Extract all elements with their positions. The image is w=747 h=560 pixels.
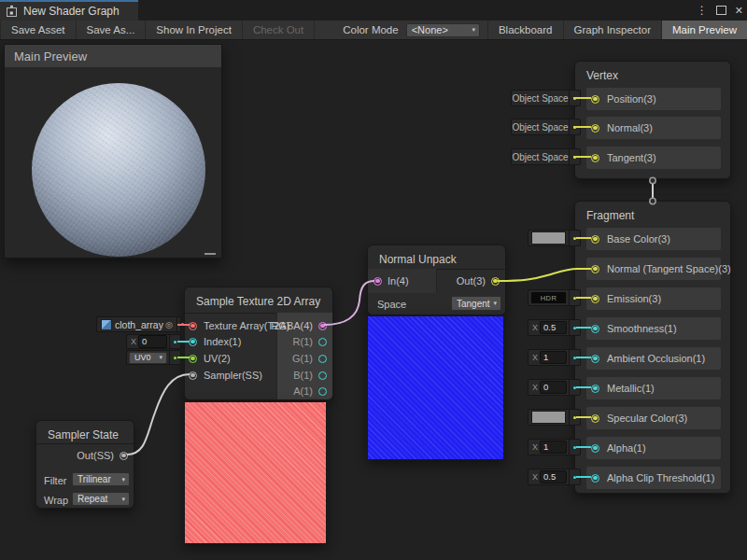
- unpack-out-port[interactable]: [491, 277, 500, 286]
- show-in-project-button[interactable]: Show In Project: [146, 21, 243, 39]
- badge-port-dot: [174, 357, 176, 359]
- filter-value: Trilinear: [78, 474, 111, 484]
- base-color-swatch-widget[interactable]: [528, 230, 581, 246]
- r-label: R(1): [293, 336, 313, 347]
- base-color-port[interactable]: [591, 235, 599, 244]
- sampler-state-node[interactable]: Sampler State Out(SS) Filter Trilinear ▾…: [35, 420, 134, 509]
- fragment-node-title: Fragment: [575, 202, 730, 227]
- alpha-label: Alpha(1): [607, 442, 646, 454]
- graph-inspector-button[interactable]: Graph Inspector: [563, 21, 661, 39]
- hdr-color-swatch[interactable]: HDR: [531, 292, 566, 303]
- object-space-label: Object Space: [512, 152, 569, 162]
- alpha-clip-value-input[interactable]: 0.5: [540, 470, 567, 483]
- vertex-node[interactable]: Vertex Position(3) Normal(3) Tangent(3): [574, 61, 731, 179]
- tangent-port[interactable]: [591, 154, 599, 162]
- smoothness-value-input[interactable]: 0.5: [540, 321, 567, 334]
- emission-hdr-widget[interactable]: HDR: [528, 289, 581, 306]
- index-port[interactable]: [189, 338, 197, 346]
- tangent-label: Tangent(3): [607, 152, 656, 163]
- metallic-row: Metallic(1): [586, 377, 721, 399]
- badge-port-dot: [573, 357, 576, 359]
- uv-port[interactable]: [189, 355, 197, 363]
- normal-ts-port[interactable]: [591, 265, 599, 273]
- index-value-input[interactable]: 0: [138, 335, 167, 348]
- dropdown-arrow-icon: ▾: [155, 354, 166, 361]
- unpack-in-port[interactable]: [374, 277, 382, 286]
- object-space-label: Object Space: [512, 122, 569, 133]
- uv-input-row: UV(2): [189, 351, 231, 366]
- specular-color-swatch-widget[interactable]: [528, 409, 581, 426]
- sampler-out-port[interactable]: [120, 452, 128, 460]
- dropdown-arrow-icon: ▾: [118, 476, 129, 483]
- badge-port-dot: [573, 476, 576, 479]
- rgba-port[interactable]: [318, 322, 327, 330]
- index-label: Index(1): [204, 336, 241, 347]
- sampler-input-row: Sampler(SS): [189, 368, 262, 383]
- window-menu-icon[interactable]: ⋮: [697, 4, 708, 17]
- tab-new-shader-graph[interactable]: New Shader Graph: [0, 0, 138, 21]
- save-asset-button[interactable]: Save Asset: [0, 21, 77, 39]
- preview-resize-handle[interactable]: [204, 253, 216, 255]
- alpha-value-input[interactable]: 1: [540, 441, 567, 454]
- alpha-clip-value-widget: X 0.5: [528, 469, 581, 485]
- badge-port-dot: [573, 327, 576, 329]
- normal-unpack-preview: [367, 315, 504, 460]
- wrap-dropdown[interactable]: Repeat ▾: [72, 492, 130, 506]
- filter-dropdown[interactable]: Trilinear ▾: [72, 472, 130, 486]
- specular-color-port[interactable]: [591, 414, 599, 423]
- main-preview-header[interactable]: Main Preview: [5, 45, 221, 67]
- emission-port[interactable]: [591, 295, 599, 303]
- vertex-node-title: Vertex: [575, 62, 730, 87]
- sample-texture-2d-array-node[interactable]: Sample Texture 2D Array Texture Array(T2…: [184, 287, 333, 400]
- rgba-label: RGBA(4): [271, 320, 313, 331]
- smoothness-port[interactable]: [591, 325, 599, 333]
- save-as-button[interactable]: Save As...: [77, 21, 147, 39]
- sampler-port[interactable]: [189, 371, 197, 380]
- vertex-tangent-row: Tangent(3): [586, 147, 721, 169]
- uv-channel-widget: UV0 ▾: [126, 350, 181, 365]
- space-dropdown[interactable]: Tangent ▾: [451, 296, 501, 311]
- alpha-port[interactable]: [591, 444, 599, 453]
- b-port[interactable]: [318, 371, 327, 380]
- base-color-label: Base Color(3): [607, 233, 670, 245]
- color-mode-dropdown[interactable]: <None> ▾: [406, 23, 480, 37]
- color-swatch[interactable]: [531, 411, 566, 424]
- normal-port[interactable]: [591, 124, 599, 133]
- g-port[interactable]: [318, 355, 327, 363]
- ambient-occlusion-value-widget: X 1: [528, 349, 581, 366]
- metallic-value-input[interactable]: 0: [540, 381, 567, 394]
- unpack-in-row: In(4): [368, 269, 437, 293]
- unpack-out-label: Out(3): [457, 275, 486, 287]
- vertex-normal-row: Normal(3): [586, 117, 721, 139]
- normal-unpack-node[interactable]: Normal Unpack In(4) Out(3) Space Tangent…: [367, 245, 506, 315]
- normal-unpack-title: Normal Unpack: [368, 245, 505, 271]
- r-port[interactable]: [318, 338, 327, 346]
- wrap-label: Wrap: [44, 495, 68, 506]
- cloth-array-texture-field[interactable]: cloth_array ◎: [96, 316, 181, 332]
- uv-channel-dropdown[interactable]: UV0 ▾: [129, 352, 167, 364]
- color-mode-value: <None>: [412, 24, 448, 35]
- main-preview-toggle-button[interactable]: Main Preview: [661, 21, 747, 39]
- a-port[interactable]: [318, 387, 327, 396]
- metallic-port[interactable]: [591, 385, 599, 393]
- blackboard-button[interactable]: Blackboard: [487, 21, 563, 39]
- normal-ts-row: Normal (Tangent Space)(3): [586, 258, 721, 280]
- r-output-row: R(1): [293, 334, 327, 349]
- sampler-state-title: Sampler State: [36, 421, 134, 446]
- badge-port-dot: [573, 416, 576, 419]
- object-picker-icon[interactable]: ◎: [165, 320, 173, 329]
- ambient-occlusion-value-input[interactable]: 1: [540, 351, 567, 364]
- ambient-occlusion-port[interactable]: [591, 355, 599, 363]
- emission-row: Emission(3): [586, 287, 721, 310]
- x-component-label: X: [532, 383, 538, 392]
- position-port[interactable]: [591, 95, 599, 104]
- metallic-label: Metallic(1): [607, 383, 655, 394]
- x-component-label: X: [532, 353, 538, 362]
- texture-array-port[interactable]: [189, 322, 197, 330]
- alpha-clip-port[interactable]: [591, 474, 599, 483]
- window-maximize-icon[interactable]: [716, 6, 726, 15]
- color-swatch[interactable]: [531, 231, 566, 245]
- badge-port-dot: [573, 237, 576, 240]
- fragment-node[interactable]: Fragment Base Color(3) Normal (Tangent S…: [574, 201, 731, 494]
- window-close-icon[interactable]: ✕: [735, 5, 743, 17]
